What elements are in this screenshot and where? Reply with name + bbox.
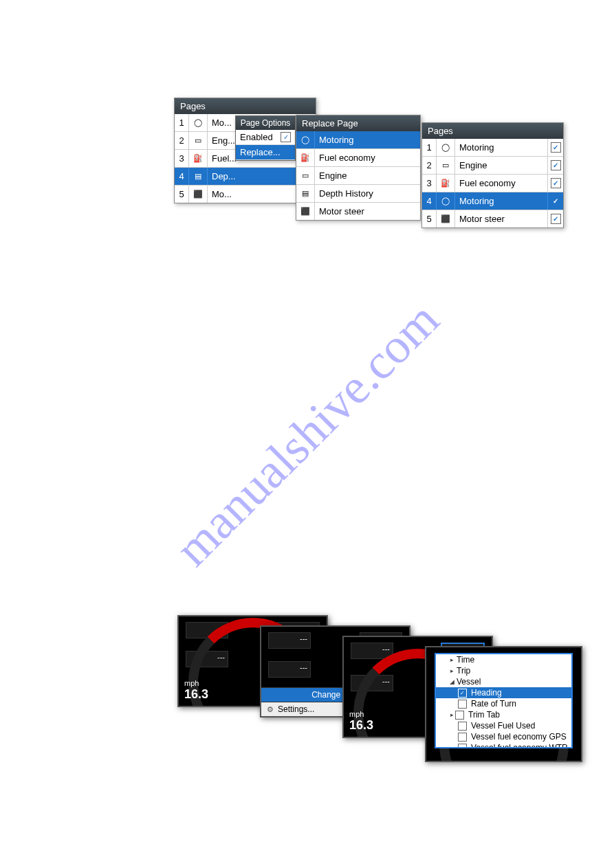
expand-icon[interactable]: ▸ <box>448 711 455 718</box>
tree-leaf-vessel-fuel-used[interactable]: Vessel Fuel Used <box>436 720 571 731</box>
collapse-icon[interactable]: ◢ <box>448 678 455 685</box>
enabled-checkbox[interactable]: ✓ <box>551 142 561 153</box>
page-options-enabled[interactable]: Enabled ✓ <box>236 130 295 145</box>
row-number: 4 <box>175 168 189 185</box>
expand-icon[interactable]: ▸ <box>448 656 455 663</box>
replace-page-panel: Replace Page ◯ Motoring ⛽ Fuel economy ▭… <box>296 115 421 221</box>
tree-node-time[interactable]: ▸ Time <box>436 654 571 665</box>
tree-checkbox[interactable] <box>458 744 467 749</box>
steer-icon: ⬛ <box>189 186 208 203</box>
fuel-icon: ⛽ <box>437 175 455 192</box>
replace-row-engine[interactable]: ▭ Engine <box>296 167 420 185</box>
enabled-checkbox[interactable]: ✓ <box>551 196 561 206</box>
gauge-icon: ◯ <box>437 192 455 210</box>
steer-icon: ⬛ <box>296 203 315 220</box>
watermark-text: manualshive.com <box>164 291 450 577</box>
speed-readout: mph 16.3 <box>184 679 208 702</box>
fuel-icon: ⛽ <box>296 149 315 166</box>
tree-node-vessel[interactable]: ◢ Vessel <box>436 676 571 687</box>
row-label: Engine <box>315 170 420 181</box>
row-number: 5 <box>175 186 189 203</box>
row-number: 4 <box>422 192 437 210</box>
data-source-tree: ▸ Time ▸ Trip ◢ Vessel ✓ Heading Rate of… <box>435 653 573 748</box>
tree-node-trip[interactable]: ▸ Trip <box>436 665 571 676</box>
replace-label: Replace... <box>240 147 291 157</box>
tree-leaf-vessel-fuel-economy-gps[interactable]: Vessel fuel economy GPS <box>436 731 571 742</box>
speed-readout: mph 16.3 <box>349 710 373 733</box>
row-label: Fuel economy <box>315 153 420 163</box>
page-options-replace[interactable]: Replace... <box>236 145 295 160</box>
pages-panel-1-title: Pages <box>175 98 316 114</box>
enabled-checkbox[interactable]: ✓ <box>281 132 291 142</box>
row-label: Motoring <box>455 196 547 206</box>
gauge-icon: ◯ <box>437 139 455 156</box>
enabled-checkbox[interactable]: ✓ <box>551 178 561 188</box>
pages2-row-3[interactable]: 3 ⛽ Fuel economy ✓ <box>422 175 563 192</box>
tree-checkbox[interactable] <box>458 700 467 709</box>
pages1-row-4[interactable]: 4 ▤ Dep... <box>175 168 316 186</box>
tree-leaf-heading[interactable]: ✓ Heading <box>436 687 571 698</box>
pages2-row-5[interactable]: 5 ⬛ Motor steer ✓ <box>422 210 563 227</box>
row-label: Depth History <box>315 188 420 199</box>
pages2-row-4[interactable]: 4 ◯ Motoring ✓ <box>422 192 563 210</box>
row-label: Motoring <box>455 142 547 153</box>
row-number: 2 <box>175 132 189 149</box>
tree-leaf-rate-of-turn[interactable]: Rate of Turn <box>436 698 571 709</box>
fuel-icon: ⛽ <box>189 150 208 167</box>
pages2-row-1[interactable]: 1 ◯ Motoring ✓ <box>422 139 563 157</box>
gauge-icon: ◯ <box>189 114 208 131</box>
tree-checkbox[interactable] <box>455 711 464 720</box>
row-number: 1 <box>175 114 189 131</box>
enabled-label: Enabled <box>240 132 281 142</box>
row-number: 5 <box>422 210 437 227</box>
tree-node-trim-tab[interactable]: ▸ Trim Tab <box>436 709 571 720</box>
page-options-menu: Page Options Enabled ✓ Replace... <box>235 115 296 161</box>
data-placeholder: --- <box>300 634 307 643</box>
row-label: Fuel economy <box>455 178 547 188</box>
pages2-row-2[interactable]: 2 ▭ Engine ✓ <box>422 157 563 175</box>
pages-panel-2-title: Pages <box>422 123 563 139</box>
replace-row-depth-history[interactable]: ▤ Depth History <box>296 185 420 203</box>
tree-leaf-vessel-fuel-economy-wtr[interactable]: Vessel fuel economy WTR <box>436 742 571 748</box>
row-number: 1 <box>422 139 437 156</box>
replace-page-title: Replace Page <box>296 115 420 131</box>
data-placeholder: --- <box>382 645 390 653</box>
row-number: 2 <box>422 157 437 174</box>
data-placeholder: --- <box>300 663 307 671</box>
tree-checkbox[interactable]: ✓ <box>458 689 467 698</box>
replace-row-fuel-economy[interactable]: ⛽ Fuel economy <box>296 149 420 167</box>
depth-icon: ▤ <box>189 168 208 185</box>
replace-row-motor-steer[interactable]: ⬛ Motor steer <box>296 203 420 220</box>
enabled-checkbox[interactable]: ✓ <box>551 214 561 224</box>
gear-icon: ⚙ <box>267 705 274 714</box>
page-options-title: Page Options <box>236 116 295 130</box>
row-label: Motoring <box>315 135 420 145</box>
enabled-checkbox[interactable]: ✓ <box>551 160 561 170</box>
row-label: Motor steer <box>455 214 547 224</box>
pages-panel-2: Pages 1 ◯ Motoring ✓ 2 ▭ Engine ✓ 3 ⛽ Fu… <box>421 122 564 228</box>
row-label: Motor steer <box>315 206 420 216</box>
row-number: 3 <box>175 150 189 167</box>
row-number: 3 <box>422 175 437 192</box>
steer-icon: ⬛ <box>437 210 455 227</box>
tree-checkbox[interactable] <box>458 722 467 731</box>
replace-row-motoring[interactable]: ◯ Motoring <box>296 131 420 149</box>
depth-icon: ▤ <box>296 185 315 202</box>
expand-icon[interactable]: ▸ <box>448 667 455 674</box>
engine-icon: ▭ <box>189 132 208 149</box>
pages1-row-5[interactable]: 5 ⬛ Mo... <box>175 186 316 203</box>
tree-checkbox[interactable] <box>458 733 467 742</box>
engine-icon: ▭ <box>296 167 315 184</box>
row-label: Engine <box>455 160 547 170</box>
engine-icon: ▭ <box>437 157 455 174</box>
gauge-icon: ◯ <box>296 131 315 148</box>
